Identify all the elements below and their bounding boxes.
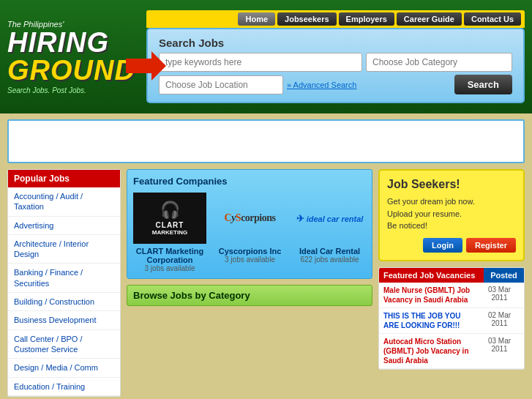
company-jobs-1: 3 jobs available xyxy=(214,256,286,264)
sidebar-item-8[interactable]: Education / Training xyxy=(8,378,120,396)
advanced-search-link[interactable]: » Advanced Search xyxy=(287,81,356,89)
vacancy-link-2[interactable]: Autocad Micro Station (GBMLT) Job Vacanc… xyxy=(383,337,476,365)
search-button[interactable]: Search xyxy=(454,75,512,94)
clart-marketing-text: MARKETING xyxy=(152,229,187,236)
clart-text: CLART xyxy=(156,221,184,229)
sidebar-header: Popular Jobs xyxy=(8,170,120,187)
clart-logo[interactable]: 🎧 CLART MARKETING xyxy=(133,193,206,244)
banner-area xyxy=(7,119,525,163)
companies-row: 🎧 CLART MARKETING CLART Marketing Corpor… xyxy=(133,193,366,272)
featured-vacancies: Featured Job Vacancies Posted Male Nurse… xyxy=(378,267,525,370)
vacancy-row-2: Autocad Micro Station (GBMLT) Job Vacanc… xyxy=(379,334,524,369)
job-seekers-line3: Be noticed! xyxy=(387,221,427,230)
vacancy-row-0: Male Nurse (GBMLT) Job Vacancy in Saudi … xyxy=(379,283,524,308)
job-seekers-box: Job Seekers! Get your dream job now. Upl… xyxy=(378,169,525,261)
search-box: Search Jobs » Advanced Search Search xyxy=(146,28,525,103)
nav-home[interactable]: Home xyxy=(238,12,275,26)
vacancy-link-0[interactable]: Male Nurse (GBMLT) Job Vacancy in Saudi … xyxy=(383,286,476,305)
company-card-0: 🎧 CLART MARKETING CLART Marketing Corpor… xyxy=(133,193,206,272)
nav-bar: Home Jobseekers Employers Career Guide C… xyxy=(146,10,525,28)
sidebar-item-3[interactable]: Banking / Finance / Securities xyxy=(8,264,120,293)
clart-icon: 🎧 xyxy=(160,201,180,220)
company-logo-0: 🎧 CLART MARKETING xyxy=(133,193,206,244)
idealcar-logo[interactable]: ✈ ideal car rental xyxy=(296,213,364,224)
sidebar-item-7[interactable]: Design / Media / Comm xyxy=(8,359,120,377)
vacancy-date-1: 02 Mar 2011 xyxy=(479,311,520,330)
sidebar-item-2[interactable]: Architecture / Interior Design xyxy=(8,235,120,264)
company-logo-2: ✈ ideal car rental xyxy=(293,193,366,244)
company-name-1[interactable]: Cyscorpions Inc xyxy=(214,247,286,256)
vacancies-title: Featured Job Vacancies xyxy=(379,268,484,283)
featured-companies: Featured Companies 🎧 CLART MARKETING CLA… xyxy=(127,169,372,279)
vacancy-link-1[interactable]: THIS IS THE JOB YOU ARE LOOKING FOR!!! xyxy=(383,311,476,330)
left-sidebar: Popular Jobs Accounting / Audit / Taxati… xyxy=(7,169,121,397)
job-seekers-line2: Upload your resume. xyxy=(387,209,462,218)
sidebar-item-5[interactable]: Business Development xyxy=(8,311,120,329)
search-title: Search Jobs xyxy=(159,37,512,49)
main-content: Popular Jobs Accounting / Audit / Taxati… xyxy=(7,169,525,397)
right-sidebar: Job Seekers! Get your dream job now. Upl… xyxy=(378,169,525,397)
job-seekers-title: Job Seekers! xyxy=(387,178,516,191)
nav-jobseekers[interactable]: Jobseekers xyxy=(277,12,337,26)
browse-section: Browse Jobs by Category xyxy=(127,285,372,306)
header: The Philippines' HIRING GROUND Search Jo… xyxy=(0,0,532,113)
vacancy-date-2: 03 Mar 2011 xyxy=(479,337,520,365)
header-right: Home Jobseekers Employers Career Guide C… xyxy=(146,10,525,103)
vacancy-row-1: THIS IS THE JOB YOU ARE LOOKING FOR!!! 0… xyxy=(379,308,524,334)
sidebar-item-1[interactable]: Advertising xyxy=(8,217,120,235)
company-name-0[interactable]: CLART Marketing Corporation xyxy=(133,247,206,264)
center-content: Featured Companies 🎧 CLART MARKETING CLA… xyxy=(127,169,372,397)
job-seekers-line1: Get your dream job now. xyxy=(387,197,475,206)
nav-career-guide[interactable]: Career Guide xyxy=(397,12,462,26)
nav-employers[interactable]: Employers xyxy=(339,12,394,26)
search-row1 xyxy=(159,53,512,72)
sidebar-item-0[interactable]: Accounting / Audit / Taxation xyxy=(8,187,120,217)
sidebar-item-4[interactable]: Building / Construction xyxy=(8,293,120,311)
sidebar-item-6[interactable]: Call Center / BPO / Customer Service xyxy=(8,330,120,359)
company-jobs-2: 622 jobs available xyxy=(293,256,366,264)
vacancy-date-0: 03 Mar 2011 xyxy=(479,286,520,305)
vacancies-posted-label: Posted xyxy=(484,268,524,283)
company-card-2: ✈ ideal car rental Ideal Car Rental 622 … xyxy=(293,193,366,264)
job-seekers-text: Get your dream job now. Upload your resu… xyxy=(387,195,516,232)
company-jobs-0: 3 jobs available xyxy=(133,264,206,272)
featured-companies-header: Featured Companies xyxy=(133,176,366,187)
vacancies-header: Featured Job Vacancies Posted xyxy=(379,268,524,283)
login-button[interactable]: Login xyxy=(423,238,462,253)
logo-tagline-bottom: Search Jobs. Post Jobs. xyxy=(7,86,146,94)
svg-marker-0 xyxy=(126,51,166,81)
search-keyword-input[interactable] xyxy=(159,53,362,72)
cyscorpions-logo[interactable]: CyScorpions xyxy=(225,212,276,224)
browse-header: Browse Jobs by Category xyxy=(133,290,366,301)
company-card-1: CyScorpions Cyscorpions Inc 3 jobs avail… xyxy=(214,193,286,264)
nav-contact[interactable]: Contact Us xyxy=(464,12,521,26)
register-button[interactable]: Register xyxy=(466,238,516,253)
auth-buttons: Login Register xyxy=(387,238,516,253)
company-name-2[interactable]: Ideal Car Rental xyxy=(293,247,366,256)
search-category-input[interactable] xyxy=(366,53,512,72)
search-location-input[interactable] xyxy=(159,75,283,94)
arrow-icon xyxy=(126,51,166,81)
company-logo-1: CyScorpions xyxy=(214,193,286,244)
